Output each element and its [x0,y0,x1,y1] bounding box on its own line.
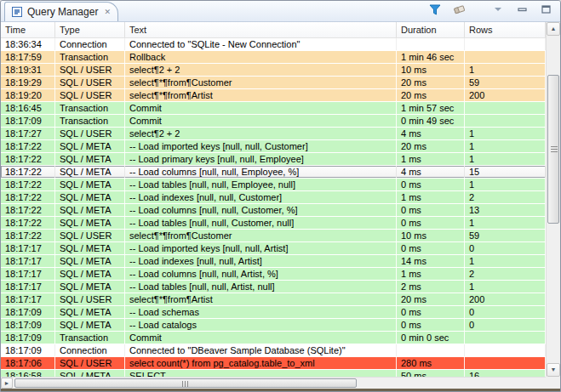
cell-type: Transaction [55,102,125,114]
filter-icon[interactable] [427,3,443,16]
table-row[interactable]: 18:17:09 SQL / META -- Load catalogs 0 m… [1,319,546,332]
table-row[interactable]: 18:36:34 Connection Connected to "SQLite… [1,38,546,51]
cell-type: SQL / META [55,268,125,280]
query-manager-icon [10,5,23,19]
cell-duration: 0 ms [397,319,465,331]
table-row[interactable]: 18:16:45 Transaction Commit 1 min 57 sec [1,102,546,115]
cell-text: -- Load imported keys [null, null, Custo… [125,140,397,152]
horizontal-scrollbar[interactable]: ◄ ► [1,377,546,389]
vertical-scroll-thumb[interactable] [547,75,559,224]
cell-text: -- Load indexes [null, null, Customer] [125,191,397,203]
cell-text: -- Load indexes [null, null, Artist] [125,255,397,267]
cell-time: 18:17:22 [1,217,55,229]
table-row[interactable]: 18:19:20 SQL / USER select¶*¶from¶Artist… [1,89,546,102]
table-row[interactable]: 18:19:29 SQL / USER select¶*¶from¶Custom… [1,77,546,89]
scrollbar-corner [546,377,560,389]
query-manager-panel: Query Manager ✕ [0,0,561,392]
vertical-scrollbar[interactable]: ▲ ▼ [546,22,560,377]
cell-type: SQL / USER [55,293,125,305]
table-row[interactable]: 18:17:17 SQL / META -- Load indexes [nul… [1,255,546,268]
cell-text: -- Load tables [null, null, Customer, nu… [125,217,397,229]
cell-text: -- Load catalogs [125,319,397,331]
cell-duration: 4 ms [397,166,465,178]
cell-text: -- Load tables [null, null, Employee, nu… [125,179,397,190]
cell-type: SQL / META [55,217,125,229]
cell-type: SQL / META [55,306,125,318]
cell-text: -- Load columns [null, null, Customer, %… [125,204,397,216]
cell-duration: 4 ms [397,128,465,139]
scroll-down-arrow-icon[interactable]: ▼ [547,363,560,377]
table-row[interactable]: 18:17:22 SQL / META -- Load primary keys… [1,153,546,166]
scroll-right-arrow-icon[interactable]: ► [1,378,13,389]
table-row[interactable]: 18:17:17 SQL / META -- Load imported key… [1,242,546,255]
column-header-time[interactable]: Time [1,22,55,37]
cell-type: SQL / META [55,319,125,331]
cell-time: 18:17:22 [1,191,55,203]
cell-rows [465,115,546,127]
cell-time: 18:17:09 [1,332,55,344]
table-row[interactable]: 18:17:17 SQL / USER select¶*¶from¶Artist… [1,293,546,306]
table-row[interactable]: 18:17:17 SQL / META -- Load columns [nul… [1,268,546,281]
table-row[interactable]: 18:17:09 Transaction Commit 0 min 0 sec [1,332,546,344]
table-row[interactable]: 18:17:22 SQL / META -- Load tables [null… [1,179,546,191]
cell-duration: 14 ms [397,255,465,267]
tab-query-manager[interactable]: Query Manager ✕ [4,2,118,21]
table-row[interactable]: 18:17:22 SQL / META -- Load columns [nul… [1,166,546,179]
table-row[interactable]: 18:17:22 SQL / META -- Load indexes [nul… [1,191,546,204]
table-row[interactable]: 18:17:22 SQL / META -- Load tables [null… [1,217,546,230]
cell-text: select¶2 + 2 [125,128,397,139]
table-row[interactable]: 18:17:17 SQL / META -- Load tables [null… [1,281,546,293]
cell-time: 18:17:17 [1,242,55,254]
cell-rows [465,332,546,344]
cell-duration: 280 ms [397,357,465,369]
column-header-text[interactable]: Text [125,22,397,37]
table-row[interactable]: 18:19:31 SQL / USER select¶2 + 2 10 ms 1 [1,64,546,77]
cell-time: 18:17:27 [1,128,55,139]
cell-type: Transaction [55,332,125,344]
minimize-icon[interactable] [514,3,530,16]
cell-text: select¶*¶from¶Artist [125,293,397,305]
cell-time: 18:17:22 [1,153,55,165]
cell-rows [465,38,546,50]
table-row[interactable]: 18:17:22 SQL / META -- Load imported key… [1,140,546,153]
cell-type: SQL / META [55,179,125,190]
column-header-type[interactable]: Type [55,22,125,37]
table-row[interactable]: 18:17:09 SQL / META -- Load schemas 0 ms… [1,306,546,319]
view-menu-icon[interactable] [490,3,506,16]
table-row[interactable]: 18:17:06 SQL / USER select count(*) from… [1,357,546,370]
horizontal-scroll-thumb[interactable] [14,378,357,388]
cell-rows: 1 [465,179,546,190]
cell-duration: 0 min 0 sec [397,332,465,344]
cell-time: 18:19:31 [1,64,55,76]
cell-duration: 10 ms [397,64,465,76]
table-row[interactable]: 18:17:22 SQL / USER select¶*¶from¶Custom… [1,230,546,242]
cell-rows: 1 [465,217,546,229]
table-row[interactable]: 18:16:58 SQL / META SELECT ... 50 ms 16 [1,370,546,377]
cell-text: -- Load schemas [125,306,397,318]
table-row[interactable]: 18:17:22 SQL / META -- Load columns [nul… [1,204,546,217]
column-header-rows[interactable]: Rows [465,22,546,37]
table-row[interactable]: 18:17:09 Connection Connected to "DBeave… [1,344,546,357]
table-row[interactable]: 18:17:27 SQL / USER select¶2 + 2 4 ms 1 [1,128,546,140]
cell-time: 18:36:34 [1,38,55,50]
cell-text: Commit [125,115,397,127]
cell-rows [465,51,546,63]
column-header-duration[interactable]: Duration [397,22,465,37]
query-log-area: Time Type Text Duration Rows 18:36:34 Co… [1,22,560,377]
table-row[interactable]: 18:17:09 Transaction Commit 0 min 49 sec [1,115,546,128]
tab-close-icon[interactable]: ✕ [104,8,111,16]
cell-duration: 0 ms [397,179,465,190]
eraser-icon[interactable] [451,3,467,16]
cell-time: 18:17:22 [1,230,55,241]
scroll-up-arrow-icon[interactable]: ▲ [547,22,560,36]
cell-duration: 20 ms [397,140,465,152]
cell-duration: 1 min 57 sec [397,102,465,114]
cell-time: 18:17:17 [1,281,55,293]
maximize-icon[interactable] [538,3,553,16]
cell-time: 18:17:22 [1,204,55,216]
cell-duration: 0 min 49 sec [397,115,465,127]
table-row[interactable]: 18:17:59 Transaction Rollback 1 min 46 s… [1,51,546,64]
cell-text: -- Load columns [null, null, Artist, %] [125,268,397,280]
cell-rows: 1 [465,64,546,76]
tab-title: Query Manager [27,6,98,19]
